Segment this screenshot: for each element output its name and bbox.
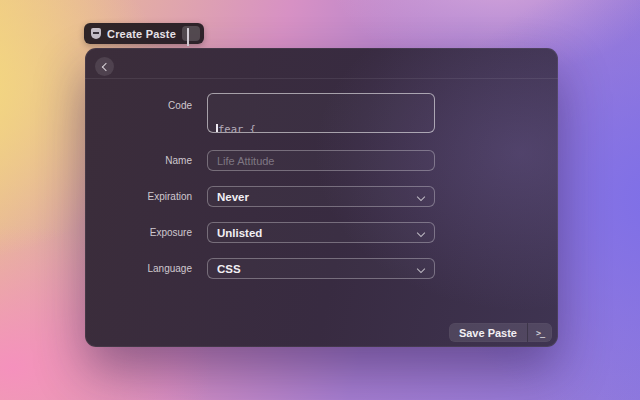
expiration-select[interactable]: Never <box>207 186 435 207</box>
name-label: Name <box>85 155 207 166</box>
shortcut-chip <box>182 26 200 41</box>
code-label: Code <box>85 100 207 111</box>
command-tooltip: Create Paste <box>84 23 204 44</box>
chevron-down-icon <box>417 193 425 201</box>
code-line: fear { <box>216 123 426 133</box>
language-label: Language <box>85 263 207 274</box>
window-header <box>85 48 558 79</box>
exposure-select[interactable]: Unlisted <box>207 222 435 243</box>
expiration-value: Never <box>217 191 249 203</box>
back-button[interactable] <box>95 57 114 76</box>
language-select[interactable]: CSS <box>207 258 435 279</box>
chevron-left-icon <box>101 62 109 70</box>
code-textarea[interactable]: fear { display: none; } <box>207 93 435 133</box>
save-paste-label: Save Paste <box>449 323 527 342</box>
terminal-prompt-icon: >_ <box>528 323 552 342</box>
lock-icon <box>187 29 196 39</box>
exposure-row: Exposure Unlisted <box>85 222 558 243</box>
expiration-label: Expiration <box>85 191 207 202</box>
expiration-row: Expiration Never <box>85 186 558 207</box>
code-row: Code fear { display: none; } <box>85 93 558 133</box>
language-value: CSS <box>217 263 241 275</box>
name-input[interactable] <box>207 150 435 171</box>
exposure-label: Exposure <box>85 227 207 238</box>
command-title: Create Paste <box>107 28 176 40</box>
language-row: Language CSS <box>85 258 558 279</box>
create-paste-form: Code fear { display: none; } Name Expira… <box>85 79 558 279</box>
pastebin-icon <box>91 28 101 39</box>
chevron-down-icon <box>417 265 425 273</box>
exposure-value: Unlisted <box>217 227 262 239</box>
create-paste-window: Code fear { display: none; } Name Expira… <box>85 48 558 347</box>
chevron-down-icon <box>417 229 425 237</box>
save-paste-button[interactable]: Save Paste >_ <box>449 323 552 342</box>
name-row: Name <box>85 150 558 171</box>
